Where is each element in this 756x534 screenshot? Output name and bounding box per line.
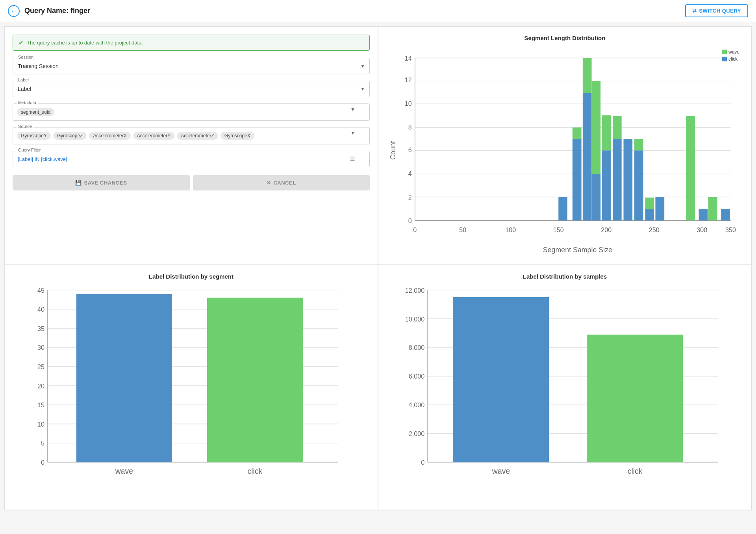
bar — [602, 150, 611, 220]
svg-text:0: 0 — [413, 226, 417, 233]
svg-text:15: 15 — [37, 402, 44, 409]
svg-text:10: 10 — [405, 100, 412, 107]
bar — [573, 139, 582, 220]
bar — [583, 93, 592, 220]
bar — [686, 116, 695, 221]
bar — [613, 139, 622, 220]
label-select[interactable]: Label — [13, 81, 370, 97]
svg-text:4: 4 — [408, 170, 412, 177]
svg-text:40: 40 — [37, 306, 44, 313]
query-config-panel: ✔ The query cache is up to date with the… — [4, 26, 378, 265]
bar — [645, 209, 654, 220]
source-chips-container: GyroscopeY GyroscopeZ AccelerometerX Acc… — [13, 127, 370, 144]
cancel-label: CANCEL — [273, 180, 296, 186]
session-select[interactable]: Training Session — [13, 58, 370, 74]
source-label: Source — [17, 124, 33, 129]
wave-bar-samples — [453, 297, 549, 462]
svg-text:300: 300 — [697, 226, 707, 233]
click-bar-samples — [587, 335, 683, 462]
label-by-samples-title: Label Distribution by samples — [386, 273, 743, 280]
success-message: The query cache is up to date with the p… — [27, 40, 143, 46]
query-filter-label: Query Filter — [17, 148, 42, 152]
svg-text:250: 250 — [649, 226, 660, 233]
svg-text:12,000: 12,000 — [405, 287, 425, 294]
chip-gyroscopey: GyroscopeY — [17, 132, 51, 140]
main-grid: ✔ The query cache is up to date with the… — [4, 26, 752, 510]
svg-text:0: 0 — [41, 459, 44, 466]
svg-text:Segment Sample Size: Segment Sample Size — [543, 246, 612, 254]
svg-text:45: 45 — [37, 287, 44, 294]
cancel-button[interactable]: ✕ CANCEL — [193, 175, 370, 190]
source-field: Source GyroscopeY GyroscopeZ Acceleromet… — [13, 127, 370, 144]
bar — [583, 58, 592, 93]
cancel-icon: ✕ — [267, 180, 271, 186]
legend-click-label: click — [728, 56, 737, 62]
metadata-chip: segment_uuid — [17, 108, 54, 116]
back-button[interactable]: ← — [8, 5, 20, 17]
query-filter-field: Query Filter [Label] IN [click,wave] ☰ — [13, 151, 370, 167]
chip-gyroscopez: GyroscopeZ — [53, 132, 87, 140]
svg-text:wave: wave — [115, 467, 133, 475]
header-left: ← Query Name: finger — [8, 5, 90, 17]
svg-text:0: 0 — [408, 217, 412, 224]
click-bar — [207, 298, 303, 462]
legend-click: click — [722, 56, 739, 62]
metadata-label: Metadata — [17, 100, 38, 105]
legend-wave: wave — [722, 49, 739, 55]
bar — [634, 150, 643, 220]
svg-text:100: 100 — [505, 226, 516, 233]
metadata-dropdown-icon: ▼ — [350, 107, 355, 112]
success-banner: ✔ The query cache is up to date with the… — [13, 35, 370, 51]
label-label: Label — [17, 78, 30, 82]
metadata-field: Metadata segment_uuid ▼ — [13, 103, 370, 121]
svg-text:350: 350 — [725, 226, 736, 233]
svg-text:10,000: 10,000 — [405, 316, 425, 323]
chip-accelerometerz: AccelerometerZ — [177, 132, 218, 140]
svg-text:2: 2 — [408, 194, 412, 201]
legend-wave-color — [722, 50, 727, 54]
bar — [602, 115, 611, 150]
success-icon: ✔ — [19, 39, 24, 46]
svg-text:click: click — [248, 467, 263, 475]
svg-text:8: 8 — [408, 124, 412, 131]
action-buttons: 💾 SAVE CHANGES ✕ CANCEL — [13, 175, 370, 190]
svg-text:50: 50 — [459, 226, 466, 233]
query-filter-display[interactable]: [Label] IN [click,wave] ☰ — [13, 151, 370, 167]
label-by-segment-panel: Label Distribution by segment 0 5 10 15 … — [4, 265, 378, 510]
label-by-segment-svg: 0 5 10 15 20 25 30 35 40 45 wave click — [13, 284, 370, 501]
segment-length-legend: wave click — [722, 49, 739, 62]
bar — [708, 197, 717, 220]
svg-text:20: 20 — [37, 382, 44, 390]
bar — [558, 197, 567, 220]
svg-text:4,000: 4,000 — [409, 402, 425, 409]
bar — [613, 116, 622, 139]
svg-text:14: 14 — [405, 55, 412, 62]
svg-text:5: 5 — [41, 440, 44, 447]
svg-text:35: 35 — [37, 325, 44, 332]
app-header: ← Query Name: finger ⇄ SWITCH QUERY — [0, 0, 756, 22]
page-title: Query Name: finger — [24, 7, 90, 15]
svg-text:wave: wave — [492, 467, 510, 475]
save-changes-button[interactable]: 💾 SAVE CHANGES — [13, 175, 190, 190]
query-filter-value: [Label] IN [click,wave] — [18, 156, 67, 162]
save-label: SAVE CHANGES — [84, 180, 127, 186]
svg-text:25: 25 — [37, 363, 44, 370]
switch-query-button[interactable]: ⇄ SWITCH QUERY — [685, 4, 748, 17]
bar — [634, 139, 643, 150]
svg-text:6: 6 — [408, 146, 412, 153]
svg-text:10: 10 — [37, 421, 44, 428]
segment-length-svg: Count Segment Sample Size 0 2 4 — [386, 45, 743, 255]
bar — [655, 197, 664, 220]
bar — [624, 139, 633, 220]
svg-text:200: 200 — [601, 226, 611, 233]
session-label: Session — [17, 55, 35, 59]
legend-wave-label: wave — [728, 49, 739, 55]
bar — [592, 174, 601, 220]
chip-accelerometery: AccelerometerY — [133, 132, 174, 140]
label-field: Label Label ▼ — [13, 81, 370, 97]
filter-icon: ☰ — [350, 156, 355, 162]
switch-query-icon: ⇄ — [692, 8, 697, 14]
source-dropdown-icon: ▼ — [350, 130, 355, 136]
svg-text:8,000: 8,000 — [409, 344, 425, 351]
svg-text:click: click — [628, 467, 643, 475]
